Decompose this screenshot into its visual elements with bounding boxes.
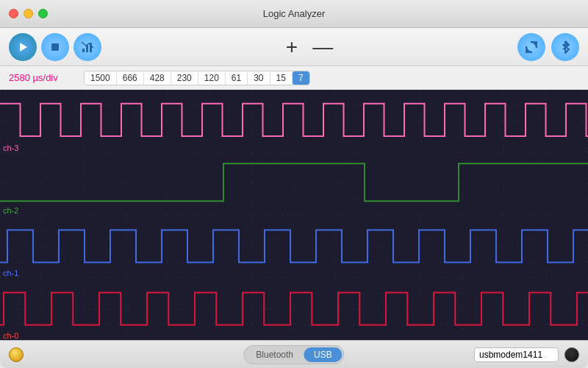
chart-icon (80, 40, 95, 54)
svg-marker-0 (20, 43, 27, 52)
close-button[interactable] (9, 9, 18, 18)
play-button[interactable] (9, 33, 37, 61)
time-val-1[interactable]: 666 (117, 71, 144, 85)
toolbar-right (517, 33, 579, 61)
maximize-button[interactable] (38, 9, 48, 18)
time-val-8[interactable]: 7 (293, 71, 309, 85)
play-icon (16, 40, 29, 54)
zoom-in-button[interactable]: + (286, 37, 298, 57)
chart-area: ch-3 ch-2 ch-1 ch-0 (0, 90, 588, 340)
toolbar: + — (0, 28, 588, 66)
time-val-5[interactable]: 61 (226, 71, 248, 85)
time-val-0[interactable]: 1500 (85, 71, 117, 85)
usb-button[interactable]: USB (304, 347, 343, 362)
bluetooth-button[interactable]: Bluetooth (245, 347, 304, 362)
bluetooth-toolbar-button[interactable] (551, 33, 579, 61)
port-select[interactable]: usbmodem1411 (474, 347, 559, 362)
refresh-button[interactable] (517, 33, 545, 61)
bluetooth-icon (559, 40, 571, 54)
minimize-button[interactable] (24, 9, 33, 18)
time-val-7[interactable]: 15 (270, 71, 293, 85)
waveform-canvas (0, 90, 588, 340)
chart-button[interactable] (74, 33, 101, 61)
time-val-3[interactable]: 230 (171, 71, 198, 85)
time-val-2[interactable]: 428 (144, 71, 171, 85)
port-select-wrapper: usbmodem1411 (474, 347, 559, 362)
connection-toggle: Bluetooth USB (243, 345, 344, 364)
toolbar-left (9, 33, 101, 61)
time-scale-bar: 2580 µs/div 1500 666 428 230 120 61 30 1… (0, 66, 588, 90)
svg-rect-2 (82, 49, 85, 52)
window-title: Logic Analyzer (263, 8, 326, 19)
stop-icon (49, 40, 62, 54)
title-bar: Logic Analyzer (0, 0, 588, 28)
main-window: Logic Analyzer (0, 0, 588, 368)
status-led-left (9, 347, 24, 362)
time-scale-label: 2580 µs/div (9, 72, 75, 83)
time-val-4[interactable]: 120 (198, 71, 226, 85)
time-scale-values: 1500 666 428 230 120 61 30 15 7 (84, 71, 310, 85)
status-bar: Bluetooth USB usbmodem1411 (0, 340, 588, 368)
time-val-6[interactable]: 30 (248, 71, 270, 85)
svg-rect-1 (51, 43, 59, 51)
zoom-out-button[interactable]: — (312, 37, 333, 57)
stop-button[interactable] (41, 33, 69, 61)
refresh-icon (524, 40, 539, 54)
traffic-lights (9, 9, 48, 18)
status-led-right (564, 347, 579, 362)
